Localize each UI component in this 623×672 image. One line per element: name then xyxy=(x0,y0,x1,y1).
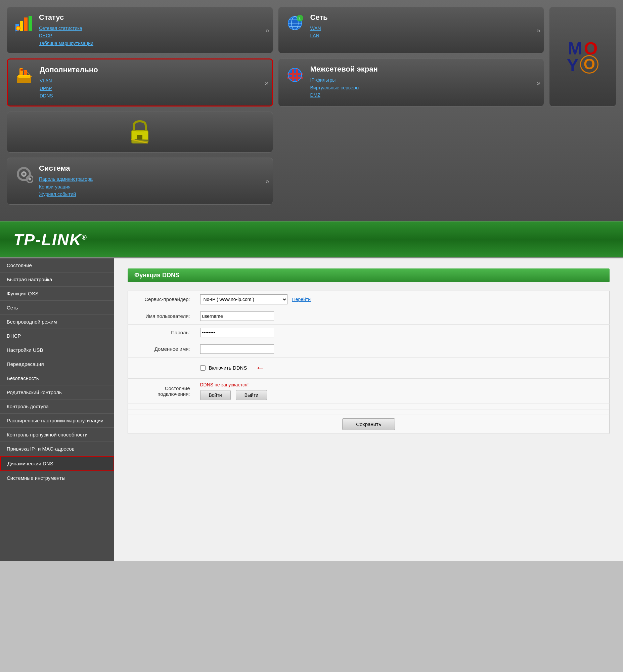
action-buttons: Войти Выйти xyxy=(200,390,604,400)
status-card-content: Статус Сетевая статистика DHCP Таблица м… xyxy=(39,13,266,47)
sidebar-item-qss[interactable]: Функция QSS xyxy=(0,287,114,301)
enable-ddns-checkbox[interactable] xyxy=(200,365,206,371)
advanced-title: Дополнительно xyxy=(40,65,265,74)
svg-rect-19 xyxy=(288,73,303,75)
firewall-card[interactable]: Межсетевой экран IP-фильтры Виртуальные … xyxy=(278,58,544,107)
password-value-cell xyxy=(195,324,610,341)
network-icon: ↑ xyxy=(285,13,305,33)
sidebar-item-security[interactable]: Безопасность xyxy=(0,371,114,385)
system-arrow: » xyxy=(265,177,269,185)
sidebar-item-usb[interactable]: Настройки USB xyxy=(0,343,114,357)
advanced-link-1[interactable]: VLAN xyxy=(40,77,265,84)
sidebar: Состояние Быстрая настройка Функция QSS … xyxy=(0,258,114,561)
system-link-2[interactable]: Конфигурация xyxy=(39,183,266,191)
password-row: Пароль: xyxy=(128,324,610,341)
sidebar-item-network[interactable]: Сеть xyxy=(0,301,114,315)
firewall-link-1[interactable]: IP-фильтры xyxy=(310,76,537,84)
sidebar-item-bandwidth[interactable]: Контроль пропускной способности xyxy=(0,428,114,442)
network-card-content: Сеть WAN LAN xyxy=(310,13,537,40)
network-arrow: » xyxy=(537,26,540,34)
firewall-card-content: Межсетевой экран IP-фильтры Виртуальные … xyxy=(310,65,537,99)
sidebar-item-tools[interactable]: Системные инструменты xyxy=(0,471,114,485)
status-link-2[interactable]: DHCP xyxy=(39,32,266,39)
network-card[interactable]: ↑ Сеть WAN LAN » xyxy=(278,7,544,53)
domain-value-cell xyxy=(195,341,610,357)
status-link-3[interactable]: Таблица маршрутизации xyxy=(39,40,266,47)
network-title: Сеть xyxy=(310,13,537,22)
login-button[interactable]: Войти xyxy=(200,390,231,400)
system-card-content: Система Пароль администратора Конфигурац… xyxy=(39,164,266,198)
password-input[interactable] xyxy=(200,328,274,337)
save-button[interactable]: Сохранить xyxy=(342,418,395,430)
system-link-3[interactable]: Журнал событий xyxy=(39,191,266,198)
network-link-2[interactable]: LAN xyxy=(310,32,537,39)
firewall-link-3[interactable]: DMZ xyxy=(310,91,537,99)
status-title: Статус xyxy=(39,13,266,22)
firewall-title: Межсетевой экран xyxy=(310,65,537,74)
svg-text:↑: ↑ xyxy=(299,17,300,20)
svg-point-34 xyxy=(29,178,31,180)
sidebar-item-dhcp[interactable]: DHCP xyxy=(0,329,114,343)
logout-button[interactable]: Выйти xyxy=(236,390,267,400)
status-icon: ! xyxy=(14,13,34,33)
status-label: Состояние подключения: xyxy=(128,378,195,403)
svg-text:!: ! xyxy=(15,30,16,33)
status-card[interactable]: ! Статус Сетевая статистика DHCP Таблица… xyxy=(7,7,273,53)
password-label: Пароль: xyxy=(128,324,195,341)
arrow-indicator: ← xyxy=(255,363,265,373)
lock-card xyxy=(7,112,273,152)
sidebar-item-access[interactable]: Контроль доступа xyxy=(0,399,114,414)
advanced-link-2[interactable]: UPnP xyxy=(40,85,265,92)
system-title: Система xyxy=(39,164,266,173)
save-cell: Сохранить xyxy=(128,415,610,433)
form-divider xyxy=(128,409,609,410)
sidebar-item-status[interactable]: Состояние xyxy=(0,258,114,273)
sidebar-item-routing[interactable]: Расширенные настройки маршрутизации xyxy=(0,414,114,428)
system-links[interactable]: Пароль администратора Конфигурация Журна… xyxy=(39,175,266,198)
system-link-1[interactable]: Пароль администратора xyxy=(39,175,266,183)
network-links[interactable]: WAN LAN xyxy=(310,25,537,40)
firewall-icon xyxy=(285,65,305,85)
advanced-link-3[interactable]: DDNS xyxy=(40,92,265,100)
svg-point-32 xyxy=(23,173,25,175)
network-link-1[interactable]: WAN xyxy=(310,25,537,32)
system-card[interactable]: Система Пароль администратора Конфигурац… xyxy=(7,158,273,204)
provider-link[interactable]: Перейти xyxy=(292,297,311,302)
enable-container: Включить DDNS ← xyxy=(200,361,604,375)
domain-label: Доменное имя: xyxy=(128,341,195,357)
username-value-cell xyxy=(195,308,610,324)
status-arrow: » xyxy=(265,26,269,34)
reg-symbol: ® xyxy=(82,233,87,241)
sidebar-item-binding[interactable]: Привязка IP- и MAC-адресов xyxy=(0,442,114,456)
firewall-link-2[interactable]: Виртуальные серверы xyxy=(310,84,537,91)
svg-rect-21 xyxy=(292,69,294,81)
sidebar-item-parental[interactable]: Родительский контроль xyxy=(0,385,114,399)
tplink-header: TP-LINK® xyxy=(0,221,623,258)
svg-rect-26 xyxy=(136,130,144,132)
sidebar-item-ddns[interactable]: Динамический DNS xyxy=(0,456,114,471)
advanced-card-content: Дополнительно VLAN UPnP DDNS xyxy=(40,65,265,100)
provider-row: Сервис-провайдер: No-IP ( www.no-ip.com … xyxy=(128,291,610,308)
domain-row: Доменное имя: xyxy=(128,341,610,357)
svg-rect-1 xyxy=(20,21,23,31)
svg-rect-17 xyxy=(21,69,23,71)
status-text: DDNS не запускается! xyxy=(200,382,604,387)
provider-select[interactable]: No-IP ( www.no-ip.com ) xyxy=(200,294,288,304)
status-row: Состояние подключения: DDNS не запускает… xyxy=(128,378,610,403)
system-icon xyxy=(14,164,34,184)
status-link-1[interactable]: Сетевая статистика xyxy=(39,25,266,32)
content-panel: Функция DDNS Сервис-провайдер: No-IP ( w… xyxy=(114,258,623,561)
status-links[interactable]: Сетевая статистика DHCP Таблица маршрути… xyxy=(39,25,266,47)
domain-input[interactable] xyxy=(200,344,274,354)
svg-point-4 xyxy=(16,26,20,30)
sidebar-item-quick-setup[interactable]: Быстрая настройка xyxy=(0,273,114,287)
sidebar-item-wireless[interactable]: Беспроводной режим xyxy=(0,315,114,329)
sidebar-item-forwarding[interactable]: Переадресация xyxy=(0,357,114,371)
advanced-links[interactable]: VLAN UPnP DDNS xyxy=(40,77,265,100)
advanced-card[interactable]: Дополнительно VLAN UPnP DDNS » xyxy=(7,58,273,107)
username-input[interactable] xyxy=(200,311,274,321)
enable-value-cell: Включить DDNS ← xyxy=(195,357,610,378)
firewall-links[interactable]: IP-фильтры Виртуальные серверы DMZ xyxy=(310,76,537,99)
username-row: Имя пользователя: xyxy=(128,308,610,324)
tplink-logo: TP-LINK® xyxy=(13,230,610,249)
